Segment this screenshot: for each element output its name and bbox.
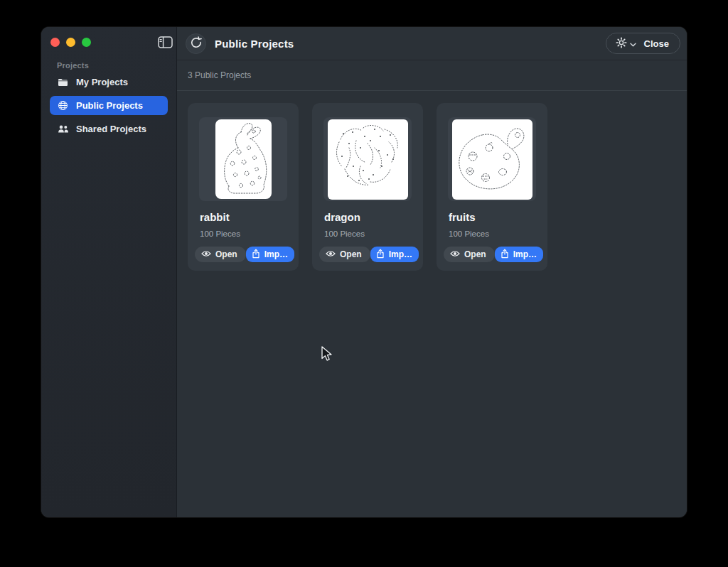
window-controls xyxy=(50,38,91,47)
import-button[interactable]: Imp… xyxy=(495,247,543,262)
open-button[interactable]: Open xyxy=(319,247,370,262)
fruits-sketch-image xyxy=(452,119,532,200)
share-import-icon xyxy=(376,249,385,261)
sidebar-item-label: Public Projects xyxy=(76,100,143,111)
toolbar-actions: Close xyxy=(606,33,680,54)
project-title: dragon xyxy=(324,211,411,223)
open-button-label: Open xyxy=(340,249,362,259)
folder-icon xyxy=(57,78,69,87)
sidebar-item-public-projects[interactable]: Public Projects xyxy=(50,96,168,115)
project-grid: rabbit 100 Pieces Open xyxy=(177,91,687,517)
project-card-dragon: dragon 100 Pieces Open xyxy=(312,103,423,271)
sidebar-nav: My Projects xyxy=(50,72,168,139)
sidebar: Projects My Projects xyxy=(41,27,177,517)
eye-icon xyxy=(201,249,211,259)
sidebar-section-label: Projects xyxy=(57,61,89,70)
minimize-window-button[interactable] xyxy=(66,38,75,47)
project-thumbnail[interactable] xyxy=(199,117,287,201)
card-actions: Open xyxy=(195,247,291,262)
import-button-label: Imp… xyxy=(264,249,288,259)
globe-icon xyxy=(57,100,69,111)
people-icon xyxy=(57,125,69,133)
import-button[interactable]: Imp… xyxy=(246,247,294,262)
app-window: Projects My Projects xyxy=(41,27,687,517)
project-pieces: 100 Pieces xyxy=(324,230,411,238)
sidebar-toggle-button[interactable] xyxy=(156,36,174,51)
project-thumbnail[interactable] xyxy=(323,117,412,201)
page-title: Public Projects xyxy=(215,27,294,60)
project-title: rabbit xyxy=(200,211,287,223)
project-pieces: 100 Pieces xyxy=(449,230,535,238)
project-thumbnail[interactable] xyxy=(448,117,536,201)
project-card-rabbit: rabbit 100 Pieces Open xyxy=(188,103,299,271)
main-panel: Public Projects xyxy=(177,27,687,517)
import-button-label: Imp… xyxy=(513,249,537,259)
toolbar: Public Projects xyxy=(177,27,687,60)
sidebar-item-label: Shared Projects xyxy=(76,124,146,134)
share-import-icon xyxy=(500,249,509,261)
chevron-down-icon xyxy=(630,38,636,49)
sidebar-toggle-icon xyxy=(158,36,173,50)
project-card-fruits: fruits 100 Pieces Open xyxy=(437,103,547,271)
share-import-icon xyxy=(252,249,260,261)
import-button-label: Imp… xyxy=(389,249,412,259)
refresh-icon xyxy=(190,36,203,51)
rabbit-sketch-image xyxy=(215,119,272,199)
project-count: 3 Public Projects xyxy=(177,60,687,91)
sidebar-item-my-projects[interactable]: My Projects xyxy=(50,72,168,92)
sidebar-item-label: My Projects xyxy=(76,77,128,87)
open-button[interactable]: Open xyxy=(444,247,495,262)
open-button[interactable]: Open xyxy=(195,247,246,262)
card-actions: Open xyxy=(319,247,416,262)
close-button[interactable]: Close xyxy=(641,33,680,53)
zoom-window-button[interactable] xyxy=(82,38,91,47)
card-actions: Open xyxy=(444,247,540,262)
refresh-button[interactable] xyxy=(186,33,206,54)
open-button-label: Open xyxy=(215,249,237,259)
import-button[interactable]: Imp… xyxy=(370,247,419,262)
project-title: fruits xyxy=(449,211,535,223)
project-pieces: 100 Pieces xyxy=(200,230,287,238)
eye-icon xyxy=(326,249,336,259)
open-button-label: Open xyxy=(464,249,486,259)
sidebar-item-shared-projects[interactable]: Shared Projects xyxy=(50,119,168,139)
settings-menu-button[interactable] xyxy=(606,33,641,53)
mouse-cursor xyxy=(321,346,333,362)
dragon-sketch-image xyxy=(328,119,408,200)
gear-icon xyxy=(616,37,627,50)
eye-icon xyxy=(450,249,460,259)
close-window-button[interactable] xyxy=(50,38,60,47)
desktop: Projects My Projects xyxy=(0,0,728,567)
